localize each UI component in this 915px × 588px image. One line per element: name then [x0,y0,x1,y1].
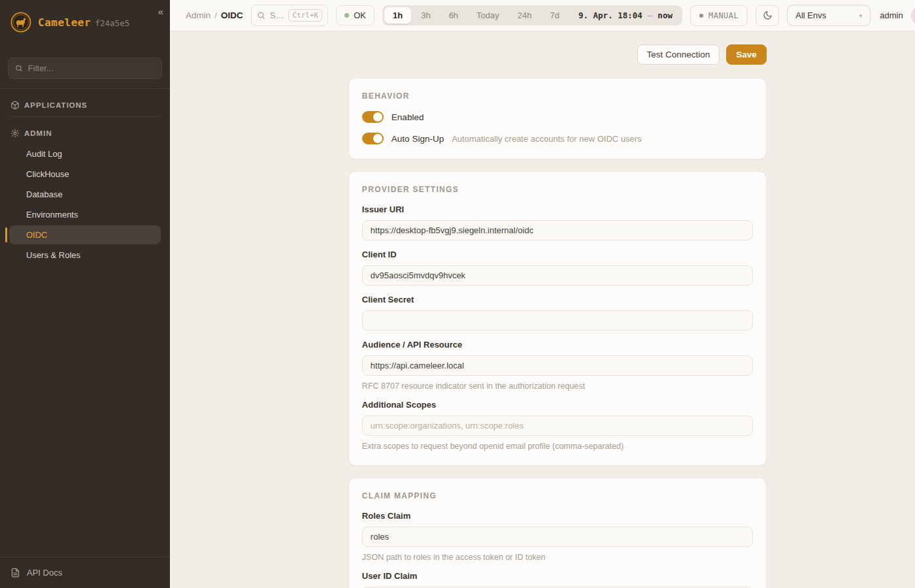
sidebar-item-oidc[interactable]: OIDC [9,225,161,244]
time-display[interactable]: 9. Apr. 18:04 – now [569,7,680,24]
admin-nav: Audit Log ClickHouse Database Environmen… [9,144,161,265]
user-id-claim-label: User ID Claim [362,571,753,581]
page-actions: Test Connection Save [348,44,767,65]
topbar: Admin / OIDC S… Ctrl+K OK 1h 3h 6h Today… [170,0,915,31]
search-icon [257,11,265,20]
brand-name: Cameleer [38,16,91,29]
client-secret-label: Client Secret [362,295,753,304]
time-range-control: 1h 3h 6h Today 24h 7d 9. Apr. 18:04 – no… [382,5,682,25]
search-placeholder: S… [270,10,284,20]
additional-scopes-input[interactable] [362,416,753,436]
range-24h[interactable]: 24h [509,7,541,24]
applications-label: APPLICATIONS [24,101,88,109]
auto-signup-toggle[interactable] [362,133,384,144]
breadcrumb-admin[interactable]: Admin [186,10,210,20]
chevron-down-icon: ▾ [859,12,863,19]
range-7d[interactable]: 7d [542,7,568,24]
client-id-field: Client ID [362,250,753,286]
time-from: 9. Apr. 18:04 [578,10,642,20]
admin-label: ADMIN [24,129,52,137]
status-dot-icon [344,13,349,18]
document-icon [10,568,20,578]
avatar[interactable]: AD [911,6,915,25]
audience-label: Audience / API Resource [362,340,753,350]
range-3h[interactable]: 3h [412,7,439,24]
client-secret-field: Client Secret [362,295,753,331]
behavior-card: BEHAVIOR Enabled Auto Sign-Up Automatica… [348,78,767,159]
auto-signup-hint: Automatically create accounts for new OI… [452,134,641,144]
range-6h[interactable]: 6h [441,7,467,24]
section-applications: APPLICATIONS [0,89,170,125]
roles-claim-hint: JSON path to roles in the access token o… [362,553,753,562]
sidebar-item-users-roles[interactable]: Users & Roles [9,246,161,265]
breadcrumb: Admin / OIDC [186,10,243,20]
env-select[interactable]: All Envs ▾ [787,5,871,26]
sidebar-item-audit-log[interactable]: Audit Log [9,144,161,163]
additional-scopes-label: Additional Scopes [362,400,753,410]
divider [9,116,161,117]
issuer-uri-label: Issuer URI [362,204,753,214]
refresh-mode-button[interactable]: MANUAL [690,5,748,26]
roles-claim-label: Roles Claim [362,511,753,521]
breadcrumb-page: OIDC [221,10,243,20]
moon-icon [763,10,773,20]
range-1h[interactable]: 1h [384,7,411,24]
sidebar-filter-input[interactable] [28,63,155,73]
applications-header[interactable]: APPLICATIONS [9,98,161,112]
audience-hint: RFC 8707 resource indicator sent in the … [362,382,753,391]
manual-label: MANUAL [708,11,739,20]
audience-input[interactable] [362,355,753,376]
client-id-label: Client ID [362,250,753,259]
additional-scopes-hint: Extra scopes to request beyond openid em… [362,442,753,451]
provider-settings-card: PROVIDER SETTINGS Issuer URI Client ID C… [348,171,767,466]
issuer-uri-field: Issuer URI [362,204,753,240]
status-badge[interactable]: OK [336,5,374,25]
manual-dot-icon [699,14,703,18]
env-select-value: All Envs [795,10,826,20]
breadcrumb-separator: / [214,10,217,20]
api-docs-link[interactable]: API Docs [0,557,170,588]
brand-version: f24a5e5 [95,18,130,28]
search-icon [15,64,23,73]
sidebar-collapse-icon[interactable]: « [158,7,163,16]
audience-field: Audience / API Resource RFC 8707 resourc… [362,340,753,391]
additional-scopes-field: Additional Scopes Extra scopes to reques… [362,400,753,451]
sidebar-item-database[interactable]: Database [9,185,161,204]
user-name: admin [880,10,903,20]
enabled-toggle[interactable] [362,111,384,123]
roles-claim-field: Roles Claim JSON path to roles in the ac… [362,511,753,562]
issuer-uri-input[interactable] [362,220,753,240]
brand: Cameleer f24a5e5 « [0,0,170,43]
user-id-claim-field: User ID Claim Claim used as unique ident… [362,571,753,588]
gear-icon [10,129,20,138]
range-today[interactable]: Today [468,7,508,24]
time-separator: – [648,10,653,20]
behavior-title: BEHAVIOR [362,91,753,101]
global-search[interactable]: S… Ctrl+K [251,5,328,26]
save-button[interactable]: Save [726,44,767,65]
admin-header[interactable]: ADMIN [9,126,161,140]
sidebar-filter[interactable] [8,57,162,79]
sidebar-item-environments[interactable]: Environments [9,205,161,224]
client-id-input[interactable] [362,265,753,286]
test-connection-button[interactable]: Test Connection [637,44,720,65]
search-shortcut: Ctrl+K [288,9,322,22]
enabled-toggle-row: Enabled [362,111,753,123]
page-content: Test Connection Save BEHAVIOR Enabled Au… [170,31,915,588]
roles-claim-input[interactable] [362,527,753,547]
package-icon [10,101,20,110]
time-to: now [657,10,673,20]
dark-mode-toggle[interactable] [756,5,779,26]
cameleer-logo-icon [10,12,31,33]
api-docs-label: API Docs [27,568,62,578]
enabled-label: Enabled [391,112,424,122]
section-admin: ADMIN Audit Log ClickHouse Database Envi… [0,125,170,271]
sidebar: Cameleer f24a5e5 « APPLICATIONS ADMIN Au… [0,0,170,588]
provider-settings-title: PROVIDER SETTINGS [362,185,753,194]
auto-signup-toggle-row: Auto Sign-Up Automatically create accoun… [362,133,753,144]
sidebar-item-clickhouse[interactable]: ClickHouse [9,165,161,184]
claim-mapping-card: CLAIM MAPPING Roles Claim JSON path to r… [348,478,767,588]
claim-mapping-title: CLAIM MAPPING [362,491,753,500]
auto-signup-label: Auto Sign-Up [391,134,444,144]
client-secret-input[interactable] [362,310,753,331]
